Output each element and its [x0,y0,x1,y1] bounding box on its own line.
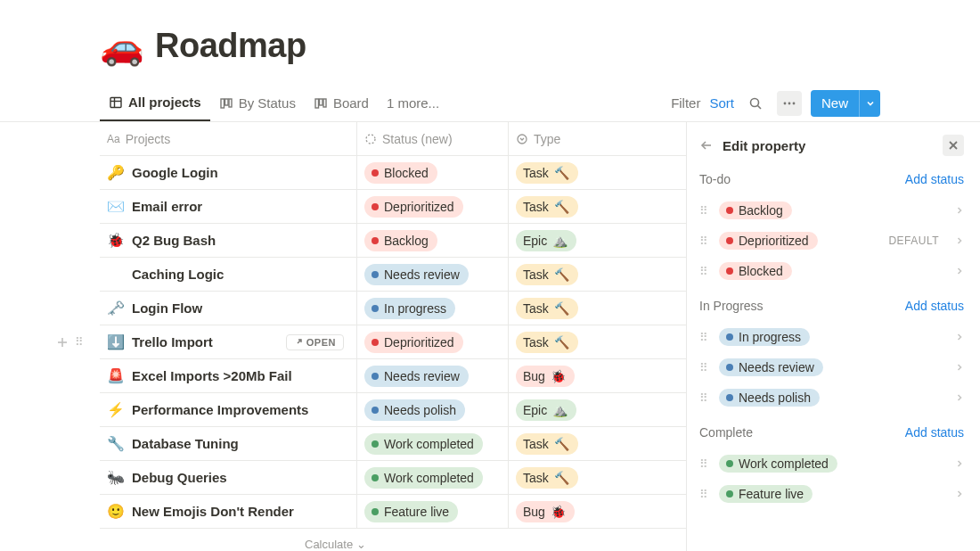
type-pill[interactable]: Bug🐞 [516,501,575,522]
table-row[interactable]: ⠿🐞Q2 Bug BashBacklogEpic⛰️ [100,224,686,258]
drag-handle-icon[interactable]: ⠿ [699,391,710,405]
row-title[interactable]: Excel Imports >20Mb Fail [132,368,292,383]
row-title[interactable]: Caching Logic [132,267,224,282]
status-pill[interactable]: Blocked [364,162,437,184]
status-option-row[interactable]: ⠿Blocked [699,256,964,286]
chevron-right-icon[interactable] [955,459,964,468]
status-option-row[interactable]: ⠿Backlog [699,195,964,226]
page-title[interactable]: Roadmap [155,27,306,65]
type-pill[interactable]: Task🔨 [516,332,578,353]
column-header-type[interactable]: Type [508,122,686,155]
tab-all-projects[interactable]: All projects [100,85,210,121]
add-status-button[interactable]: Add status [905,172,964,186]
status-pill[interactable]: Needs review [364,264,469,285]
status-label: Needs review [739,360,814,374]
tab-board[interactable]: Board [305,85,378,121]
column-header-status[interactable]: Status (new) [356,122,508,155]
type-pill[interactable]: Epic⛰️ [516,230,576,251]
tab-more[interactable]: 1 more... [378,85,448,121]
row-title[interactable]: Email error [132,199,202,214]
drag-handle-icon[interactable]: ⠿ [699,331,710,344]
back-icon[interactable] [699,138,714,152]
status-label: Feature live [739,487,804,501]
search-icon[interactable] [743,91,768,116]
add-status-button[interactable]: Add status [905,425,964,440]
status-pill[interactable]: Needs polish [364,399,465,421]
status-option-row[interactable]: ⠿In progress [699,322,964,352]
status-pill[interactable]: Backlog [364,230,437,251]
chevron-right-icon[interactable] [955,333,964,341]
table-row[interactable]: ⠿✉️Email errorDeprioritizedTask🔨 [100,190,686,224]
calculate-button[interactable]: Calculate ⌄ [100,529,686,551]
status-pill[interactable]: Needs review [364,366,469,387]
type-pill[interactable]: Task🔨 [516,162,578,184]
status-option-row[interactable]: ⠿Work completed [699,448,964,479]
type-pill[interactable]: Task🔨 [516,298,578,319]
row-title[interactable]: Database Tuning [132,436,239,451]
filter-button[interactable]: Filter [671,95,700,111]
drag-handle-icon[interactable]: ⠿ [699,234,710,248]
status-option-row[interactable]: ⠿DeprioritizedDEFAULT [699,226,964,256]
table-row[interactable]: ⠿🔑Google LoginBlockedTask🔨 [100,156,686,190]
row-title[interactable]: Debug Queries [132,470,227,485]
status-pill[interactable]: Deprioritized [364,332,463,353]
type-label: Task [523,300,549,317]
row-title[interactable]: Performance Improvements [132,402,308,417]
chevron-right-icon[interactable] [955,489,964,498]
drag-handle-icon[interactable]: ⠿ [699,457,710,471]
status-option-row[interactable]: ⠿Feature live [699,479,964,509]
row-title[interactable]: Google Login [132,165,218,180]
row-title[interactable]: Login Flow [132,300,202,316]
table-row[interactable]: ⠿⬇️Trello ImportOPENDeprioritizedTask🔨 [100,325,686,359]
drag-handle-icon[interactable]: ⠿ [699,488,710,501]
status-pill[interactable]: Deprioritized [364,196,463,218]
type-pill[interactable]: Bug🐞 [516,366,575,387]
row-title[interactable]: New Emojis Don't Render [132,504,294,519]
table-row[interactable]: ⠿⚡Performance ImprovementsNeeds polishEp… [100,393,686,427]
type-pill[interactable]: Task🔨 [516,264,578,285]
table-row[interactable]: ⠿🔧Database TuningWork completedTask🔨 [100,427,686,461]
page-emoji[interactable]: 🚗 [100,29,144,64]
chevron-right-icon[interactable] [955,267,964,276]
drag-handle-icon[interactable]: ⠿ [699,265,710,278]
type-pill[interactable]: Task🔨 [516,433,578,455]
close-icon[interactable] [943,135,964,156]
type-pill[interactable]: Task🔨 [516,467,578,489]
row-title[interactable]: Trello Import [132,334,213,350]
column-header-projects[interactable]: Aa Projects [100,132,356,146]
drag-handle-icon[interactable]: ⠿ [75,335,86,349]
status-option-row[interactable]: ⠿Needs polish [699,382,964,413]
status-pill[interactable]: Work completed [364,467,483,489]
status-pill: In progress [719,328,810,346]
table-row[interactable]: ⠿🐜Debug QueriesWork completedTask🔨 [100,461,686,495]
type-pill[interactable]: Task🔨 [516,196,578,218]
table-row[interactable]: ⠿🚨Excel Imports >20Mb FailNeeds reviewBu… [100,359,686,393]
sort-button[interactable]: Sort [709,95,734,111]
table-row[interactable]: ⠿🙂New Emojis Don't RenderFeature liveBug… [100,495,686,529]
status-pill[interactable]: In progress [364,298,455,319]
new-dropdown[interactable] [859,90,880,117]
chevron-right-icon[interactable] [955,363,964,372]
open-button[interactable]: OPEN [286,334,344,350]
add-status-button[interactable]: Add status [905,299,964,313]
chevron-right-icon[interactable] [955,393,964,402]
status-label: Feature live [384,503,449,521]
add-row-icon[interactable] [55,335,69,350]
type-pill[interactable]: Epic⛰️ [516,399,576,421]
status-pill[interactable]: Feature live [364,501,458,522]
more-icon[interactable] [777,91,802,116]
table-row[interactable]: ⠿Caching LogicNeeds reviewTask🔨 [100,258,686,292]
drag-handle-icon[interactable]: ⠿ [699,361,710,374]
chevron-right-icon[interactable] [955,206,964,215]
status-property-icon [364,133,377,145]
status-option-row[interactable]: ⠿Needs review [699,352,964,382]
svg-point-15 [518,135,527,144]
drag-handle-icon[interactable]: ⠿ [699,204,710,218]
chevron-right-icon[interactable] [955,236,964,245]
row-emoji: ✉️ [107,198,125,215]
tab-by-status[interactable]: By Status [210,85,305,121]
status-pill[interactable]: Work completed [364,433,483,455]
table-row[interactable]: ⠿🗝️Login FlowIn progressTask🔨 [100,292,686,325]
new-button[interactable]: New [811,90,859,117]
row-title[interactable]: Q2 Bug Bash [132,233,216,248]
